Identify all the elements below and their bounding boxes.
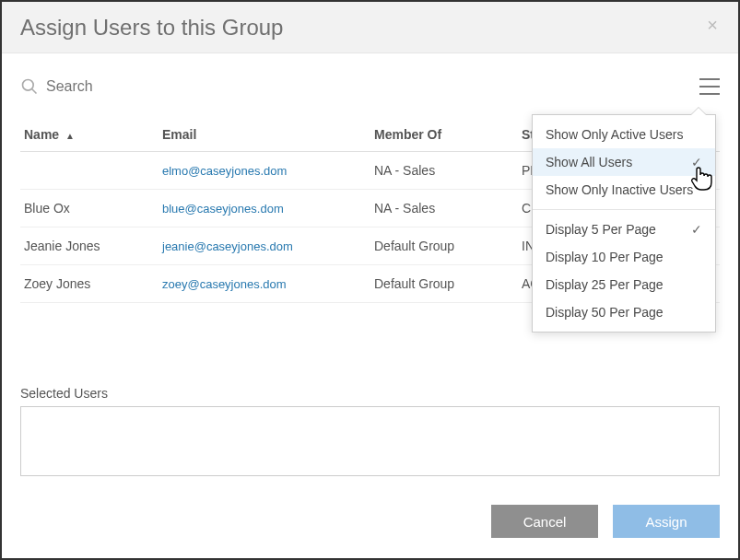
cell-member-of: NA - Sales [370,190,518,228]
cell-member-of: Default Group [370,228,518,265]
menu-item-label: Display 5 Per Page [546,222,656,237]
menu-item-label: Display 10 Per Page [546,250,664,264]
menu-item-all-users[interactable]: Show All Users ✓ [533,148,715,176]
menu-item-inactive-users[interactable]: Show Only Inactive Users [533,176,715,204]
menu-item-page-5[interactable]: Display 5 Per Page ✓ [533,216,715,243]
sort-asc-icon: ▲ [65,131,75,141]
dialog-header: Assign Users to this Group × [2,2,738,53]
cell-email: jeanie@caseyjones.dom [159,228,370,265]
email-link[interactable]: elmo@caseyjones.dom [162,164,287,178]
menu-icon[interactable] [699,78,720,95]
filter-group: Show Only Active Users Show All Users ✓ … [533,115,715,209]
email-link[interactable]: jeanie@caseyjones.dom [162,239,293,253]
search-row [20,72,720,101]
options-dropdown: Show Only Active Users Show All Users ✓ … [532,114,716,332]
cell-name [20,152,159,190]
assign-button[interactable]: Assign [613,505,720,538]
check-icon: ✓ [691,155,702,169]
cell-email: zoey@caseyjones.dom [159,265,370,303]
cell-name: Blue Ox [20,190,159,228]
cell-member-of: Default Group [370,265,518,303]
cell-name: Zoey Jones [20,265,159,303]
check-icon: ✓ [691,222,702,237]
menu-item-label: Show All Users [546,155,632,169]
email-link[interactable]: zoey@caseyjones.dom [162,277,287,291]
svg-point-0 [23,80,34,91]
cancel-button[interactable]: Cancel [491,505,598,538]
svg-line-1 [32,89,37,94]
search-input[interactable] [39,78,699,95]
dialog-title: Assign Users to this Group [20,15,283,41]
menu-item-active-users[interactable]: Show Only Active Users [533,121,715,148]
col-header-member-of[interactable]: Member Of [370,118,518,152]
cell-email: blue@caseyjones.dom [159,190,370,228]
menu-item-page-50[interactable]: Display 50 Per Page [533,298,715,326]
pagesize-group: Display 5 Per Page ✓ Display 10 Per Page… [533,209,715,332]
search-icon [20,77,39,96]
cell-member-of: NA - Sales [370,152,518,190]
selected-users-box[interactable] [20,406,720,476]
col-header-name[interactable]: Name ▲ [20,118,159,152]
email-link[interactable]: blue@caseyjones.dom [162,202,284,216]
menu-item-page-25[interactable]: Display 25 Per Page [533,271,715,298]
col-header-name-label: Name [24,127,59,142]
menu-item-label: Show Only Active Users [546,127,683,142]
menu-item-label: Display 50 Per Page [546,305,664,320]
cell-name: Jeanie Jones [20,228,159,265]
col-header-email[interactable]: Email [159,118,370,152]
selected-users-label: Selected Users [20,386,720,401]
cell-email: elmo@caseyjones.dom [159,152,370,190]
dialog-footer: Cancel Assign [2,505,738,538]
menu-item-page-10[interactable]: Display 10 Per Page [533,243,715,271]
menu-item-label: Show Only Inactive Users [546,182,693,197]
close-icon[interactable]: × [701,15,723,36]
menu-item-label: Display 25 Per Page [546,277,664,292]
